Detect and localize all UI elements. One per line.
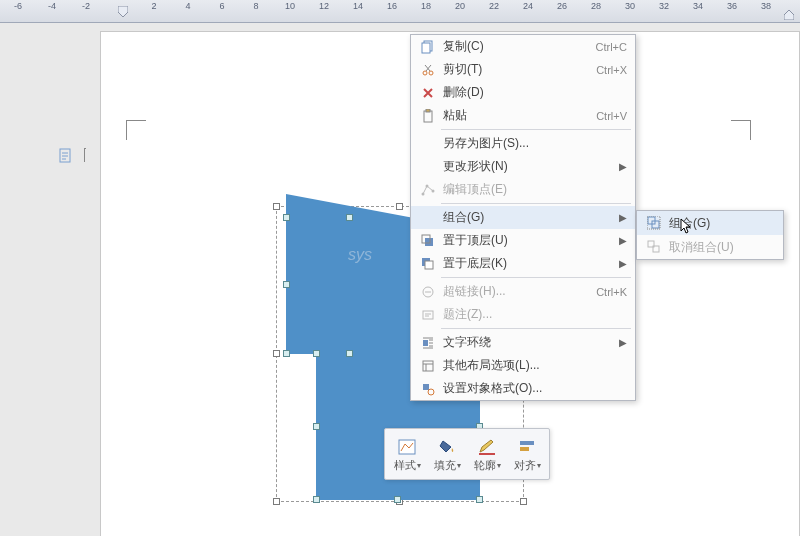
toolbar-outline-button[interactable]: 轮廓▾ [468,431,506,477]
menu-item-caption: 题注(Z)... [411,303,635,326]
menu-item-group[interactable]: 组合(G) ▶ [411,206,635,229]
chevron-down-icon: ▾ [537,461,541,470]
svg-rect-28 [520,447,529,451]
menu-item-format-object[interactable]: 设置对象格式(O)... [411,377,635,400]
shape-trapezoid[interactable] [286,218,414,354]
caption-icon [417,308,439,322]
menu-item-cut[interactable]: 剪切(T) Ctrl+X [411,58,635,81]
layout-icon [417,359,439,373]
bring-front-icon [417,234,439,248]
page-icon [58,148,74,168]
chevron-right-icon: ▶ [615,337,627,348]
ruler-tick: 26 [554,1,570,11]
svg-rect-22 [647,216,660,229]
group-submenu: 组合(G) 取消组合(U) [636,210,784,260]
toolbar-align-button[interactable]: 对齐▾ [508,431,546,477]
first-line-indent-marker[interactable] [118,6,128,18]
menu-separator [441,203,631,204]
shape-handle[interactable] [283,281,290,288]
menu-item-delete[interactable]: 删除(D) [411,81,635,104]
svg-rect-27 [520,441,534,445]
chevron-right-icon: ▶ [615,258,627,269]
ruler-tick: 8 [248,1,264,11]
ruler-tick: 28 [588,1,604,11]
ruler-tick: 12 [316,1,332,11]
chevron-down-icon: ▾ [457,461,461,470]
send-back-icon [417,257,439,271]
ruler-tick: 18 [418,1,434,11]
svg-rect-2 [422,43,430,53]
svg-rect-17 [423,361,433,371]
ruler-tick: 20 [452,1,468,11]
svg-point-19 [428,389,434,395]
horizontal-ruler[interactable]: -6 -4 -2 2 4 6 8 10 12 14 16 18 20 22 24… [0,0,800,23]
ruler-tick: 4 [180,1,196,11]
menu-item-bring-front[interactable]: 置于顶层(U) ▶ [411,229,635,252]
align-icon [517,436,537,458]
ruler-tick: 38 [758,1,774,11]
svg-rect-10 [425,238,433,246]
toolbar-fill-button[interactable]: 填充▾ [428,431,466,477]
submenu-item-group[interactable]: 组合(G) [637,211,783,235]
clipboard-icon [417,109,439,123]
menu-item-paste[interactable]: 粘贴 Ctrl+V [411,104,635,127]
ruler-tick: 34 [690,1,706,11]
menu-separator [441,277,631,278]
svg-point-7 [422,192,425,195]
selection-handle[interactable] [273,498,280,505]
svg-point-9 [432,189,435,192]
shape-handle[interactable] [283,214,290,221]
svg-rect-18 [423,384,429,390]
svg-point-8 [426,184,429,187]
ruler-tick: 14 [350,1,366,11]
svg-rect-6 [426,109,430,112]
selection-handle[interactable] [520,498,527,505]
selection-handle[interactable] [273,350,280,357]
shape-handle[interactable] [346,350,353,357]
hyperlink-icon [417,285,439,299]
menu-item-edit-points: 编辑顶点(E) [411,178,635,201]
edit-points-icon [417,183,439,197]
chevron-down-icon: ▾ [497,461,501,470]
group-icon [643,216,665,230]
fill-bucket-icon [437,436,457,458]
ruler-tick: -2 [78,1,94,11]
ruler-tick: 6 [214,1,230,11]
svg-rect-25 [399,440,415,454]
ungroup-icon [643,240,665,254]
svg-rect-15 [423,311,433,319]
menu-item-more-layout[interactable]: 其他布局选项(L)... [411,354,635,377]
scissors-icon [417,63,439,77]
margin-corner-tr [731,120,751,140]
chevron-down-icon: ▾ [417,461,421,470]
svg-rect-5 [424,111,432,122]
shape-handle[interactable] [313,423,320,430]
shape-handle[interactable] [476,496,483,503]
shape-handle[interactable] [394,496,401,503]
chevron-right-icon: ▶ [615,161,627,172]
menu-separator [441,129,631,130]
toolbar-style-button[interactable]: 样式▾ [388,431,426,477]
shape-handle[interactable] [346,214,353,221]
menu-item-copy[interactable]: 复制(C) Ctrl+C [411,35,635,58]
ruler-tick: -6 [10,1,26,11]
floating-shape-toolbar: 样式▾ 填充▾ 轮廓▾ 对齐▾ [384,428,550,480]
right-indent-marker[interactable] [784,10,794,22]
svg-point-3 [423,71,427,75]
shape-watermark-text: sys [348,246,372,264]
menu-item-change-shape[interactable]: 更改形状(N) ▶ [411,155,635,178]
menu-item-text-wrap[interactable]: 文字环绕 ▶ [411,331,635,354]
delete-x-icon [417,86,439,100]
pencil-outline-icon [477,436,497,458]
copy-icon [417,40,439,54]
shape-handle[interactable] [283,350,290,357]
ruler-tick: 10 [282,1,298,11]
format-object-icon [417,382,439,396]
shape-handle[interactable] [313,350,320,357]
menu-item-send-back[interactable]: 置于底层(K) ▶ [411,252,635,275]
text-cursor [84,148,86,162]
shape-handle[interactable] [313,496,320,503]
selection-handle[interactable] [273,203,280,210]
menu-item-save-as-picture[interactable]: 另存为图片(S)... [411,132,635,155]
svg-rect-16 [423,340,428,346]
